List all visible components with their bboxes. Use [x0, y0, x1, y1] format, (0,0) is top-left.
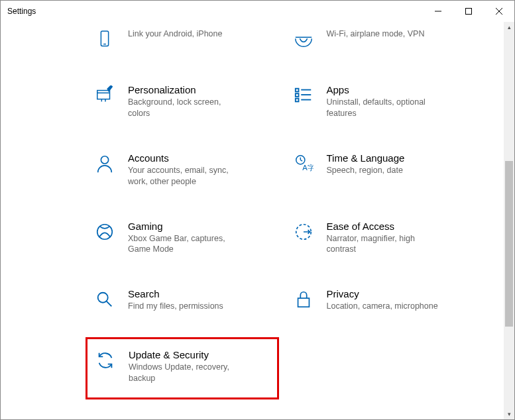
apps-list-icon	[292, 84, 315, 107]
item-accounts[interactable]: Accounts Your accounts, email, sync, wor…	[93, 152, 279, 187]
xbox-icon	[93, 221, 116, 243]
paintbrush-icon	[93, 84, 116, 107]
close-button[interactable]	[484, 1, 514, 22]
svg-rect-13	[295, 93, 298, 97]
scroll-thumb[interactable]	[505, 161, 513, 327]
person-icon	[93, 152, 116, 175]
item-ease-of-access[interactable]: Ease of Access Narrator, magnifier, high…	[292, 221, 478, 256]
svg-point-17	[101, 156, 108, 164]
item-desc: Uninstall, defaults, optional features	[327, 97, 439, 119]
item-search[interactable]: Search Find my files, permissions	[93, 288, 279, 312]
item-title: Time & Language	[327, 152, 405, 164]
item-title: Ease of Access	[327, 221, 439, 232]
item-title: Accounts	[128, 152, 241, 164]
item-apps[interactable]: Apps Uninstall, defaults, optional featu…	[292, 84, 478, 119]
vertical-scrollbar[interactable]: ▴ ▾	[504, 22, 514, 419]
titlebar: Settings	[1, 1, 514, 22]
clock-language-icon: A字	[292, 152, 315, 175]
svg-rect-26	[298, 298, 309, 307]
item-personalization[interactable]: Personalization Background, lock screen,…	[93, 84, 279, 119]
scroll-up-arrow[interactable]: ▴	[504, 22, 514, 32]
item-desc: Your accounts, email, sync, work, other …	[128, 165, 241, 187]
lock-icon	[292, 288, 315, 311]
globe-icon	[292, 28, 315, 51]
item-phone[interactable]: Phone Link your Android, iPhone	[93, 28, 279, 51]
svg-rect-1	[466, 9, 472, 15]
svg-rect-11	[295, 89, 298, 92]
item-desc: Wi-Fi, airplane mode, VPN	[327, 28, 425, 40]
item-title: Personalization	[128, 84, 241, 95]
ease-of-access-icon	[292, 221, 315, 243]
window-title: Settings	[7, 7, 36, 16]
item-title: Privacy	[327, 288, 438, 299]
item-desc: Background, lock screen, colors	[128, 97, 241, 119]
svg-rect-7	[97, 91, 110, 99]
item-title: Update & Security	[129, 349, 241, 360]
item-title: Search	[128, 288, 223, 299]
svg-line-20	[300, 160, 302, 161]
svg-point-24	[98, 293, 108, 303]
phone-icon	[93, 28, 116, 51]
item-gaming[interactable]: Gaming Xbox Game Bar, captures, Game Mod…	[93, 221, 279, 256]
svg-line-25	[107, 301, 112, 307]
svg-text:A字: A字	[302, 164, 314, 172]
item-desc: Xbox Game Bar, captures, Game Mode	[128, 233, 241, 256]
item-title: Apps	[327, 84, 439, 95]
content-area: Phone Link your Android, iPhone Network …	[1, 22, 514, 419]
item-privacy[interactable]: Privacy Location, camera, microphone	[292, 288, 478, 312]
minimize-button[interactable]	[423, 1, 453, 22]
settings-grid: Phone Link your Android, iPhone Network …	[1, 22, 504, 399]
item-update-security[interactable]: Update & Security Windows Update, recove…	[86, 337, 279, 399]
scroll-down-arrow[interactable]: ▾	[504, 409, 514, 419]
svg-rect-15	[295, 99, 298, 102]
item-title: Gaming	[128, 221, 241, 232]
item-desc: Link your Android, iPhone	[128, 28, 222, 40]
item-network[interactable]: Network & Internet Wi-Fi, airplane mode,…	[292, 28, 478, 51]
maximize-button[interactable]	[453, 1, 484, 22]
sync-icon	[94, 349, 117, 372]
item-desc: Location, camera, microphone	[327, 301, 438, 312]
search-icon	[93, 288, 116, 311]
item-desc: Windows Update, recovery, backup	[129, 362, 241, 384]
item-time-language[interactable]: A字 Time & Language Speech, region, date	[292, 152, 478, 187]
item-desc: Find my files, permissions	[128, 301, 223, 312]
item-desc: Narrator, magnifier, high contrast	[327, 233, 439, 256]
item-desc: Speech, region, date	[327, 165, 405, 176]
window-controls	[423, 1, 514, 22]
